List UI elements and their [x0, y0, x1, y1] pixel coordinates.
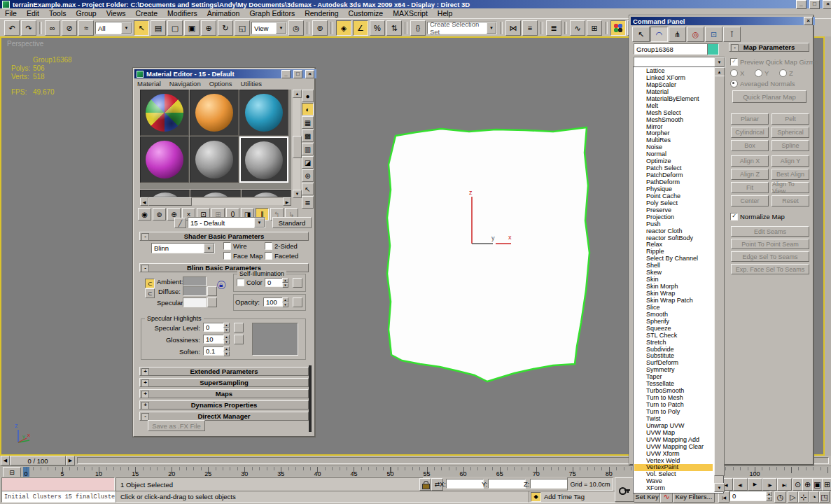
menu-item[interactable]: Modifiers	[162, 8, 202, 18]
maxscript-mini-listener-input[interactable]	[1, 477, 115, 491]
axis-y-radio[interactable]: Y	[755, 69, 769, 77]
self-illumination-spinner[interactable]: ▲▼	[282, 278, 288, 288]
opacity-spinner[interactable]: ▲▼	[282, 298, 288, 307]
orbit-icon[interactable]: ◔	[809, 491, 819, 503]
menu-item[interactable]: File	[0, 8, 22, 18]
undo-icon[interactable]: ↶	[4, 20, 20, 36]
align-button[interactable]: Reset	[771, 195, 809, 206]
menu-item[interactable]: MAXScript	[388, 8, 433, 18]
scroll-down-icon[interactable]: ▼	[714, 483, 725, 492]
align-button[interactable]: Best Align	[771, 169, 809, 180]
go-to-end-icon[interactable]: ▶|	[777, 478, 792, 491]
select-and-manipulate-icon[interactable]: ⊚	[312, 20, 328, 36]
selection-filter-dropdown[interactable]: All ▼	[95, 22, 132, 34]
averaged-normals-radio[interactable]: Averaged Normals	[730, 80, 795, 88]
menu-item[interactable]: Graph Editors	[244, 8, 300, 18]
seam-button[interactable]: Point To Point Seam	[731, 239, 809, 249]
select-and-scale-icon[interactable]: ◱	[235, 20, 250, 36]
modifier-list-item[interactable]: reactor Cloth	[634, 228, 713, 235]
video-color-check-icon[interactable]: ▥	[302, 143, 314, 155]
mirror-icon[interactable]: ⋈	[505, 20, 521, 36]
play-animation-icon[interactable]: ▶	[748, 478, 762, 491]
normalize-map-checkbox[interactable]: ✓ Normalize Map	[730, 213, 785, 220]
material-sample-slot[interactable]	[140, 136, 189, 183]
minimize-icon[interactable]: _	[281, 70, 291, 78]
material-sample-slot[interactable]	[190, 190, 240, 197]
material-sample-slot[interactable]	[140, 90, 189, 136]
ambient-diffuse-lock-icon[interactable]: ⊂	[145, 279, 155, 288]
frame-spinner[interactable]: ▲▼	[766, 491, 772, 501]
next-frame-icon[interactable]: |▶	[762, 478, 777, 491]
preview-quick-map-gizmo-checkbox[interactable]: ✓ Preview Quick Map Gizmo	[730, 58, 818, 66]
close-icon[interactable]: ×	[804, 17, 813, 25]
use-pivot-center-icon[interactable]: ◎	[288, 20, 304, 36]
scroll-down-icon[interactable]: ▼	[293, 190, 302, 198]
x-coord-field[interactable]	[446, 479, 484, 489]
shader-type-dropdown[interactable]: Blinn ▼	[151, 243, 215, 253]
modifier-list-item[interactable]: MeshSmooth	[634, 117, 713, 124]
trackbar-mini-curve-icon[interactable]: ⊟	[3, 467, 21, 477]
z-coord-field[interactable]	[530, 479, 568, 489]
seam-button[interactable]: Edit Seams	[731, 226, 809, 237]
get-material-icon[interactable]: ◉	[138, 208, 151, 220]
menu-item[interactable]: Help	[433, 8, 458, 18]
set-keys-toggle-button[interactable]	[615, 477, 634, 502]
zoom-all-icon[interactable]: ⊕	[802, 478, 813, 491]
specular-level-spinner[interactable]: ▲▼	[223, 323, 230, 332]
named-selection-sets-icon[interactable]: {}	[410, 20, 426, 36]
tab-create[interactable]: ↖	[632, 27, 650, 42]
zoom-extents-icon[interactable]: ▣	[812, 478, 823, 491]
time-tag-field[interactable]: ◆ Add Time Tag	[529, 491, 615, 503]
time-slider-handle[interactable]: 0 / 100	[10, 456, 66, 465]
map-type-button[interactable]: Spline	[771, 140, 809, 151]
material-type-button[interactable]: Standard	[272, 217, 312, 228]
snaps-toggle-icon[interactable]: ◈	[336, 20, 351, 36]
material-editor-menu-item[interactable]: Navigation	[167, 80, 207, 88]
object-color-swatch[interactable]	[707, 43, 719, 55]
tab-utilities[interactable]: ⊺	[723, 27, 741, 42]
material-editor-menu-item[interactable]: Material	[134, 80, 167, 88]
window-crossing-icon[interactable]: ▣	[184, 20, 200, 36]
menu-item[interactable]: Views	[102, 8, 131, 18]
align-button[interactable]: Fit	[731, 182, 769, 193]
curve-editor-icon[interactable]: ∿	[570, 20, 585, 36]
map-type-button[interactable]: Spherical	[771, 127, 809, 138]
diffuse-map-button[interactable]	[207, 286, 217, 296]
rollout-toggle[interactable]: -	[141, 233, 149, 241]
restore-icon[interactable]: □	[293, 70, 302, 78]
shader-checkbox[interactable]: 2-Sided	[265, 241, 305, 251]
glossiness-map-button[interactable]	[234, 335, 244, 344]
current-frame-field[interactable]: 0	[729, 491, 770, 501]
rollout-toggle[interactable]: +	[141, 402, 149, 410]
layer-manager-icon[interactable]: ≣	[546, 20, 561, 36]
map-type-button[interactable]: Box	[731, 140, 769, 151]
maxscript-mini-listener-output[interactable]: Initial Clusters 15 finalClusters	[1, 491, 117, 503]
bind-to-spacewarp-icon[interactable]: ≈	[78, 20, 94, 36]
rollout-header[interactable]: + Maps	[139, 389, 309, 398]
material-sample-slot[interactable]	[140, 190, 190, 197]
rollout-toggle[interactable]: -	[731, 44, 739, 52]
select-object-icon[interactable]: ↖	[134, 20, 149, 36]
maximize-viewport-icon[interactable]: ◳	[819, 491, 830, 503]
rollout-toggle[interactable]: -	[141, 265, 149, 272]
shader-checkbox[interactable]: Wire	[223, 241, 264, 251]
reference-coordinate-dropdown[interactable]: View ▼	[251, 22, 287, 34]
spinner-snap-icon[interactable]: ⇅	[386, 20, 402, 36]
tab-motion[interactable]: ◎	[687, 27, 704, 42]
material-editor-titlebar[interactable]: Material Editor - 15 - Default _ □ ×	[134, 69, 316, 78]
material-sample-slot-selected[interactable]	[239, 136, 288, 183]
tab-hierarchy[interactable]: ⋔	[669, 27, 686, 42]
rollout-header[interactable]: + Extended Parameters	[139, 367, 309, 376]
title-bar[interactable]: terrainExample.max - Project Folder: C:\…	[0, 0, 831, 8]
rollout-scrollbar[interactable]	[309, 365, 312, 432]
modifier-list-item[interactable]: UVW Xform	[634, 451, 713, 458]
scroll-left-icon[interactable]: ◀	[140, 197, 148, 206]
popup-scrollbar[interactable]: ▲ ▼	[714, 67, 723, 491]
align-button[interactable]: Center	[731, 195, 769, 206]
chevron-down-icon[interactable]: ▼	[714, 57, 725, 67]
material-sample-slot[interactable]	[190, 90, 239, 136]
named-selection-set-dropdown[interactable]: Create Selection Set ▼	[427, 22, 497, 34]
minimize-button[interactable]: _	[796, 0, 806, 9]
menu-item[interactable]: Customize	[344, 8, 389, 18]
rectangular-selection-icon[interactable]: ▢	[167, 20, 183, 36]
